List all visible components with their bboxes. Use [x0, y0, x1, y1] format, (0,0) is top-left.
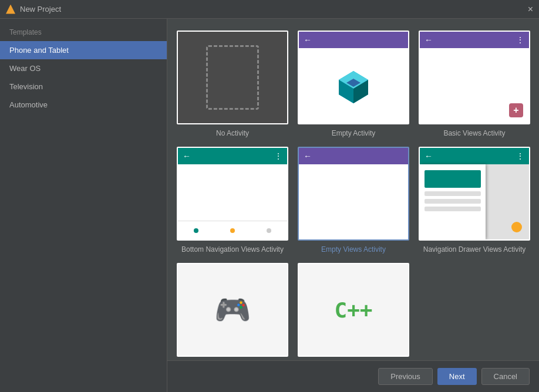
template-thumb-empty-views: ← [298, 147, 409, 241]
menu-dots-icon3: ⋮ [516, 151, 524, 161]
dialog-footer: Previous Next Cancel [167, 360, 539, 392]
bottom-nav-topbar: ← ⋮ [178, 148, 287, 164]
template-label-no-activity: No Activity [216, 129, 249, 137]
nav-dot-3 [267, 228, 271, 233]
sidebar: Templates Phone and Tablet Wear OS Telev… [0, 19, 167, 392]
template-native-cpp[interactable]: C++ Native C++ [298, 263, 409, 360]
template-label-bottom-nav: Bottom Navigation Views Activity [181, 245, 284, 254]
sidebar-item-television[interactable]: Television [0, 77, 167, 96]
template-basic-views[interactable]: ← ⋮ + Basic Views Activity [419, 31, 530, 137]
sidebar-item-phone-tablet[interactable]: Phone and Tablet [0, 41, 167, 59]
close-button[interactable]: × [528, 5, 533, 14]
templates-grid: No Activity ← [167, 19, 539, 360]
template-thumb-game: 🎮 [177, 263, 288, 357]
empty-activity-topbar: ← [299, 32, 408, 48]
sidebar-item-wear-os[interactable]: Wear OS [0, 59, 167, 77]
template-game-activity[interactable]: 🎮 Game Activity [177, 263, 288, 360]
template-empty-activity[interactable]: ← [298, 31, 409, 137]
template-bottom-nav[interactable]: ← ⋮ Bottom Navigation Views Activity [177, 147, 288, 254]
no-activity-placeholder [206, 45, 259, 110]
gamepad-icon: 🎮 [214, 293, 251, 327]
template-thumb-cpp: C++ [298, 263, 409, 357]
back-arrow-icon5: ← [425, 151, 433, 161]
previous-button[interactable]: Previous [378, 368, 433, 385]
drawer-fab-icon [511, 222, 522, 232]
template-empty-views[interactable]: ← Empty Views Activity [298, 147, 409, 254]
back-arrow-icon3: ← [183, 151, 191, 161]
template-thumb-basic-views: ← ⋮ + [419, 31, 530, 124]
cpp-text-icon: C++ [334, 298, 372, 322]
template-label-basic-views: Basic Views Activity [443, 129, 505, 137]
template-thumb-empty-activity: ← [298, 31, 409, 124]
template-thumb-nav-drawer: ← ⋮ [419, 147, 530, 241]
template-thumb-bottom-nav: ← ⋮ [177, 147, 288, 241]
nav-dot-2 [230, 228, 235, 233]
nav-drawer-topbar: ← ⋮ [420, 148, 529, 164]
title-bar: New Project × [0, 0, 539, 19]
menu-dots-icon2: ⋮ [274, 151, 282, 161]
sidebar-section-label: Templates [0, 28, 167, 41]
template-label-empty-views: Empty Views Activity [321, 245, 386, 254]
dialog-body: Templates Phone and Tablet Wear OS Telev… [0, 19, 539, 392]
plus-button-icon: + [509, 103, 523, 117]
sidebar-item-automotive[interactable]: Automotive [0, 96, 167, 114]
template-label-empty-activity: Empty Activity [332, 129, 376, 137]
dialog-icon [6, 5, 15, 14]
bottom-nav-bar [178, 221, 287, 239]
back-arrow-icon: ← [304, 35, 312, 45]
drawer-overlay [420, 164, 486, 239]
basic-views-topbar: ← ⋮ [420, 32, 529, 48]
next-button[interactable]: Next [437, 368, 477, 385]
template-no-activity[interactable]: No Activity [177, 31, 288, 137]
template-thumb-no-activity [177, 31, 288, 124]
back-arrow-icon2: ← [425, 35, 433, 45]
cube-icon [336, 68, 371, 103]
empty-views-topbar: ← [299, 148, 408, 164]
menu-dots-icon: ⋮ [516, 35, 524, 45]
cancel-button[interactable]: Cancel [481, 368, 530, 385]
nav-dot-1 [194, 228, 198, 233]
content-area: No Activity ← [167, 19, 539, 392]
dialog-title: New Project [20, 5, 61, 13]
template-nav-drawer[interactable]: ← ⋮ [419, 147, 530, 254]
template-label-nav-drawer: Navigation Drawer Views Activity [423, 245, 526, 254]
back-arrow-icon4: ← [304, 151, 312, 161]
